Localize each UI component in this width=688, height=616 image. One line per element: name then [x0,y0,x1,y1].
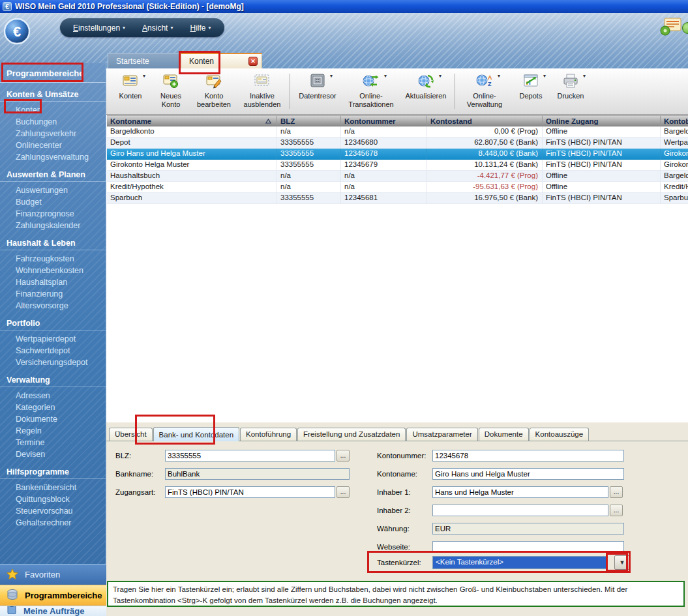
sidebar-item-dokumente[interactable]: Dokumente [0,413,106,425]
sidebar-item-adressen[interactable]: Adressen [0,390,106,402]
sidebar-item-fahrzeugkosten[interactable]: Fahrzeugkosten [0,253,106,265]
table-row[interactable]: Depot 33355555 12345680 62.807,50 € (Ban… [107,138,688,149]
inhaber1-browse-button[interactable]: ... [610,486,623,498]
clipboard-icon [7,606,17,616]
column-header-kontostand[interactable]: Kontostand [427,116,543,126]
toolbar-aktualisieren-button[interactable]: ▾ Aktualisieren [400,70,452,114]
blz-browse-button[interactable]: ... [337,450,350,462]
column-header-online-zugang[interactable]: Online Zugang [543,116,661,126]
sidebar-item-devisen[interactable]: Devisen [0,448,106,460]
app-icon: € [3,2,12,11]
tab-freistellung-und-zusatzdaten[interactable]: Freistellung und Zusatzdaten [297,428,406,441]
sidebar-item-budget[interactable]: Budget [0,196,106,208]
sidebar-item-finanzprognose[interactable]: Finanzprognose [0,208,106,220]
sidebar-item-termine[interactable]: Termine [0,437,106,448]
webseite-field[interactable] [432,541,624,553]
chevron-down-icon: ▾ [439,73,441,79]
column-header-blz[interactable]: BLZ [277,116,341,126]
toolbar-inaktive-ausblenden-button[interactable]: Inaktive ausblenden [237,70,287,114]
sidebar-item-haushaltsplan[interactable]: Haushaltsplan [0,276,106,288]
bankname-field[interactable] [165,468,350,480]
sidebar-item-bankenuebersicht[interactable]: Bankenübersicht [0,482,106,493]
sidebar-item-wohnnebenkosten[interactable]: Wohnnebenkosten [0,265,106,276]
partial-globe-icon[interactable] [682,22,688,34]
menu-ansicht[interactable]: Ansicht ▾ [142,23,173,33]
table-row[interactable]: Girokonto Helga Muster 33355555 12345679… [107,160,688,171]
column-header-kontonummer[interactable]: Kontonummer [341,116,427,126]
waehrung-field[interactable] [432,523,624,535]
sidebar-item-konten[interactable]: Konten [0,104,106,116]
zugangsart-label: Zugangsart: [115,488,165,496]
toolbar-online-verwaltung-button[interactable]: AZ ▾ Online-Verwaltung [458,70,511,114]
tastenkuerzel-dropdown-button[interactable]: ▼ [614,555,630,570]
toolbar-drucken-button[interactable]: ▾ Drucken [550,70,591,114]
sidebar-item-finanzierung[interactable]: Finanzierung [0,288,106,300]
sidebar-item-zahlungsverwaltung[interactable]: Zahlungsverwaltung [0,151,106,163]
programmbereiche-bar-button[interactable]: Programmbereiche [0,585,106,606]
toolbar-konto-bearbeiten-button[interactable]: Konto bearbeiten [190,70,237,114]
inhaber2-browse-button[interactable]: ... [610,505,623,516]
section-portfolio: Portfolio [0,312,106,330]
tab-kontofuehrung[interactable]: Kontoführung [240,428,297,441]
close-tab-icon[interactable]: ✕ [248,57,258,66]
globe-az-icon: AZ [475,72,494,92]
sidebar-item-wertpapierdepot[interactable]: Wertpapierdepot [0,333,106,345]
toolbar-neues-konto-button[interactable]: Neues Konto [151,70,190,114]
menu-hilfe[interactable]: Hilfe ▾ [190,23,211,33]
sidebar-item-steuervorschau[interactable]: Steuervorschau [0,505,106,517]
table-row[interactable]: Kredit/Hypothek n/a n/a -95.631,63 € (Pr… [107,182,688,193]
menu-einstellungen[interactable]: Einstellungen ▾ [73,23,125,33]
table-row-selected[interactable]: Giro Hans und Helga Muster 33355555 1234… [107,149,688,160]
toolbar-konten-button[interactable]: ▾ Konten [110,70,151,114]
kontonummer-field[interactable] [432,450,624,462]
sidebar-item-zahlungsverkehr[interactable]: Zahlungsverkehr [0,128,106,139]
meine-auftraege-bar-button[interactable]: Meine Aufträge [0,606,106,616]
column-header-kontobezeichnung[interactable]: Kontobezeichnung [661,116,688,126]
sidebar-item-quittungsblock[interactable]: Quittungsblock [0,493,106,505]
star-icon [7,568,18,581]
tab-konten[interactable]: Konten ✕ [181,53,262,68]
sidebar-item-regeln[interactable]: Regeln [0,425,106,437]
column-header-kontoname[interactable]: Kontoname [107,116,277,126]
sidebar-item-altersvorsorge[interactable]: Altersvorsorge [0,300,106,312]
table-row[interactable]: Bargeldkonto n/a n/a 0,00 € (Prog) Offli… [107,126,688,138]
app-logo-euro-badge[interactable]: € [3,17,31,48]
toolbar-online-transaktionen-button[interactable]: ▾ Online-Transaktionen [342,70,400,114]
tab-uebersicht[interactable]: Übersicht [109,428,153,441]
chevron-down-icon: ▾ [384,73,387,79]
sidebar-item-onlinecenter[interactable]: Onlinecenter [0,139,106,151]
chevron-down-icon: ▾ [209,25,211,31]
kontoname-field[interactable] [432,468,624,480]
sidebar-item-auswertungen[interactable]: Auswertungen [0,184,106,196]
detail-tabstrip: Übersicht Bank- und Kontodaten Kontoführ… [109,425,590,441]
sidebar-item-versicherungsdepot[interactable]: Versicherungsdepot [0,357,106,368]
section-auswerten-planen: Auswerten & Planen [0,163,106,182]
tab-bank-und-kontodaten[interactable]: Bank- und Kontodaten [153,427,239,441]
section-konten-umsaetze: Konten & Umsätze [0,83,106,102]
tab-dokumente[interactable]: Dokumente [479,428,529,441]
toolbar-datentresor-button[interactable]: ▾ Datentresor [293,70,342,114]
blz-field[interactable] [165,450,335,462]
sidebar-item-kategorien[interactable]: Kategorien [0,402,106,413]
inhaber2-label: Inhaber 2: [377,506,432,514]
tastenkuerzel-combobox[interactable]: <Kein Tastenkürzel> [432,556,606,569]
table-row[interactable]: Sparbuch 33355555 12345681 16.976,50 € (… [107,193,688,204]
sidebar-item-sachwertdepot[interactable]: Sachwertdepot [0,345,106,357]
notes-gear-icon[interactable] [658,17,683,39]
toolbar-depots-button[interactable]: ▾ Depots [511,70,550,114]
chart-icon [522,73,539,91]
inhaber2-field[interactable] [432,505,608,516]
inhaber1-field[interactable] [432,486,608,498]
zugangsart-field[interactable] [165,486,335,498]
favoriten-bar-button[interactable]: Favoriten [0,564,106,585]
table-row[interactable]: Haushaltsbuch n/a n/a -4.421,77 € (Prog)… [107,171,688,182]
zugangsart-browse-button[interactable]: ... [337,486,350,498]
sidebar-item-gehaltsrechner[interactable]: Gehaltsrechner [0,517,106,529]
tab-umsatzparameter[interactable]: Umsatzparameter [406,428,477,441]
chevron-down-icon: ▾ [123,25,125,31]
sidebar-item-buchungen[interactable]: Buchungen [0,116,106,128]
tab-kontoauszuege[interactable]: Kontoauszüge [530,428,590,441]
sidebar-item-zahlungskalender[interactable]: Zahlungskalender [0,220,106,231]
tab-startseite[interactable]: Startseite [108,53,181,68]
svg-text:Z: Z [488,81,492,87]
